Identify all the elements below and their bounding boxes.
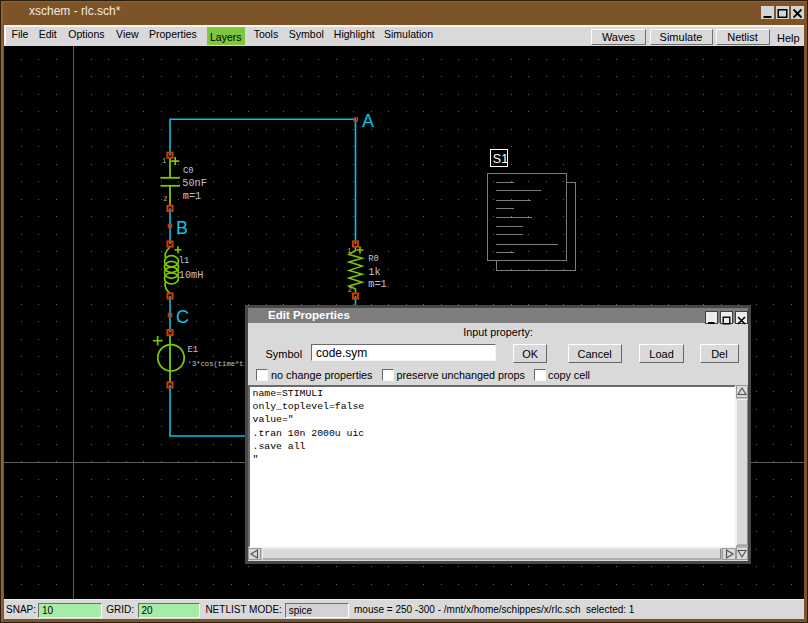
svg-text:S1: S1	[493, 152, 508, 166]
svg-text:1: 1	[347, 247, 351, 255]
svg-text:1: 1	[162, 157, 166, 165]
svg-text:2: 2	[163, 195, 167, 203]
svg-text:m=1: m=1	[183, 191, 201, 202]
svg-text:'3*cos(time*ti: '3*cos(time*ti	[188, 360, 248, 368]
svg-text:R0: R0	[368, 254, 379, 264]
svg-text:B: B	[176, 218, 188, 238]
svg-text:m=1: m=1	[368, 279, 386, 290]
svg-text:l1: l1	[179, 256, 190, 266]
svg-text:A: A	[362, 111, 374, 131]
svg-text:C0: C0	[183, 166, 194, 176]
svg-text:E1: E1	[188, 345, 199, 355]
svg-text:C: C	[176, 307, 189, 327]
svg-text:10mH: 10mH	[179, 270, 203, 281]
svg-text:50nF: 50nF	[182, 178, 206, 189]
svg-text:2: 2	[348, 286, 352, 294]
svg-text:1k: 1k	[368, 267, 380, 278]
